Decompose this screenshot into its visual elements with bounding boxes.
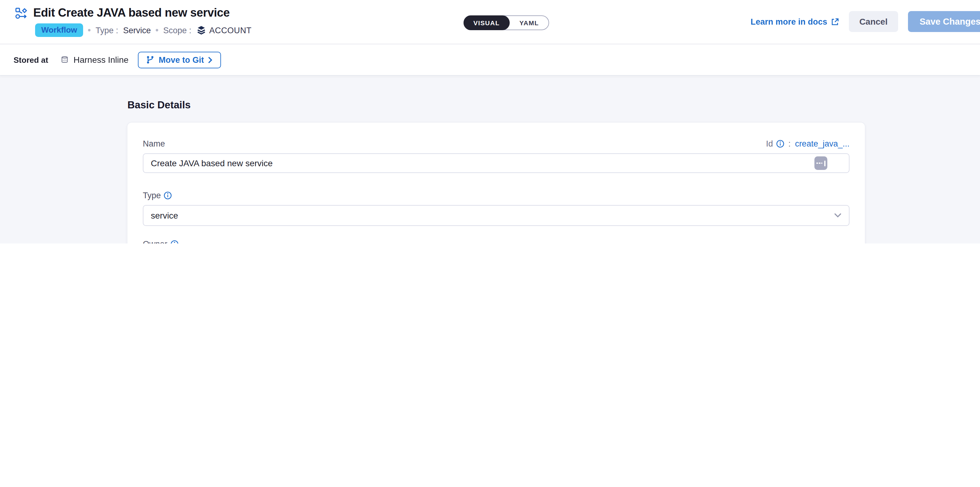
section-title: Basic Details	[127, 99, 980, 111]
svg-text:</>: </>	[63, 59, 67, 62]
cancel-button[interactable]: Cancel	[849, 11, 898, 32]
visual-yaml-toggle: VISUAL YAML	[463, 15, 549, 30]
id-colon: :	[788, 139, 791, 148]
header-title-block: Edit Create JAVA based new service Workf…	[15, 6, 251, 37]
inline-storage-icon: </>	[60, 56, 69, 64]
move-to-git-button[interactable]: Move to Git	[138, 51, 221, 68]
type-value: Service	[123, 25, 151, 35]
main-content: Basic Details Name Id : create_java_...	[0, 76, 980, 244]
separator-dot	[88, 29, 91, 32]
page-header: Edit Create JAVA based new service Workf…	[0, 0, 980, 44]
owner-field-label-text: Owner	[143, 239, 167, 244]
type-field-label-text: Type	[143, 191, 161, 200]
info-icon[interactable]	[164, 191, 172, 199]
owner-field-label: Owner	[143, 239, 850, 244]
name-input[interactable]	[143, 153, 850, 173]
save-changes-button[interactable]: Save Changes	[908, 11, 980, 32]
entity-id-value[interactable]: create_java_...	[795, 139, 850, 148]
move-to-git-label: Move to Git	[159, 55, 204, 64]
info-icon[interactable]	[776, 140, 784, 148]
info-icon[interactable]	[170, 240, 178, 244]
storage-type: </> Harness Inline	[60, 55, 129, 65]
edit-id-icon[interactable]	[815, 156, 827, 170]
name-label: Name	[143, 139, 165, 148]
storage-type-label: Harness Inline	[73, 55, 129, 65]
app-window: Edit Create JAVA based new service Workf…	[0, 0, 980, 244]
scope-value-text: ACCOUNT	[209, 25, 252, 35]
type-label: Type :	[96, 25, 118, 35]
storage-bar: Stored at </> Harness Inline Move to Git	[0, 44, 980, 76]
type-select[interactable]: service	[143, 205, 850, 226]
page-title: Edit Create JAVA based new service	[33, 6, 230, 20]
stored-at-label: Stored at	[14, 55, 48, 64]
workflow-icon	[15, 6, 28, 19]
tab-yaml[interactable]: YAML	[509, 16, 549, 30]
chevron-down-icon	[834, 213, 842, 218]
id-label: Id	[766, 139, 773, 148]
tab-visual[interactable]: VISUAL	[463, 15, 509, 30]
scope-label: Scope :	[163, 25, 191, 35]
type-field-label: Type	[143, 191, 850, 200]
learn-more-docs-label: Learn more in docs	[751, 17, 827, 26]
type-select-value: service	[151, 210, 178, 220]
external-link-icon	[831, 18, 839, 25]
chevron-right-icon	[208, 56, 213, 63]
entity-id-line: Id : create_java_...	[766, 139, 850, 148]
workflow-badge: Workflow	[35, 23, 83, 37]
header-actions: Learn more in docs Cancel Save Changes	[751, 11, 980, 32]
separator-dot	[156, 29, 158, 32]
layers-stack-icon	[196, 25, 206, 35]
learn-more-docs-link[interactable]: Learn more in docs	[751, 17, 839, 26]
git-branch-icon	[146, 56, 154, 64]
scope-value: ACCOUNT	[196, 25, 252, 35]
basic-details-card: Name Id : create_java_...	[127, 122, 865, 244]
